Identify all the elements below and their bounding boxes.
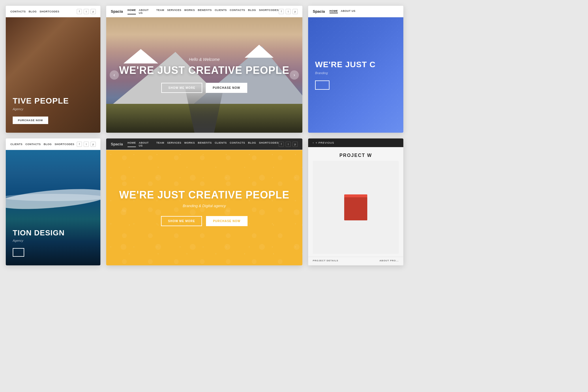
card6-inner: ‹ < PREVIOUS PROJECT W PROJECT DETAILS A…	[308, 138, 403, 265]
card6-prev-bar: ‹ < PREVIOUS	[308, 138, 403, 147]
nav-blog[interactable]: BLOG	[248, 9, 256, 14]
purchase-now-button[interactable]: PURCHASE NOW	[206, 83, 247, 93]
card3-hero-subtitle: Branding	[315, 71, 396, 75]
slider-prev-button[interactable]: ‹	[110, 70, 119, 80]
about-project-label[interactable]: ABOUT PRO...	[379, 259, 399, 262]
nav-about[interactable]: ABOUT US	[139, 9, 153, 14]
card3-hero-title: WE'RE JUST C	[315, 60, 396, 69]
card2-hero-content: Hello & Welcome WE'RE JUST CREATIVE PEOP…	[119, 57, 289, 93]
card4-social: f t p	[77, 142, 96, 147]
nav-blog[interactable]: BLOG	[44, 143, 52, 146]
nav-works[interactable]: WORKS	[184, 9, 195, 14]
card2-nav-links: HOME ABOUT US TEAM SERVICES WORKS BENEFI…	[128, 9, 279, 14]
pinterest-icon[interactable]: p	[91, 142, 96, 147]
nav-blog[interactable]: BLOG	[248, 141, 256, 147]
nav-about[interactable]: ABOUT US	[139, 141, 153, 147]
card4-hero-subtitle: Agency	[13, 239, 93, 242]
nav-contacts[interactable]: CONTACTS	[25, 143, 41, 146]
purchase-now-button[interactable]: PURCHASE NOW	[206, 216, 247, 226]
nav-home[interactable]: HOME	[329, 10, 338, 13]
twitter-icon[interactable]: t	[286, 9, 291, 14]
nav-clients[interactable]: CLIENTS	[10, 143, 23, 146]
card6-project-image	[313, 161, 399, 254]
card3-cta-button[interactable]	[315, 80, 329, 90]
box-front	[344, 197, 367, 220]
card1-navbar: CONTACTS BLOG SHORTCODES f t p	[6, 6, 100, 17]
pinterest-icon[interactable]: p	[293, 9, 298, 14]
slider-next-button[interactable]: ›	[290, 70, 299, 80]
facebook-icon[interactable]: f	[77, 9, 82, 14]
prev-label[interactable]: < PREVIOUS	[316, 141, 334, 144]
nav-team[interactable]: TEAM	[156, 9, 164, 14]
card3-hero: WE'RE JUST C Branding	[308, 17, 403, 133]
twitter-icon[interactable]: t	[286, 142, 291, 147]
nav-team[interactable]: TEAM	[156, 141, 164, 147]
nav-shortcodes[interactable]: SHORTCODES	[55, 143, 74, 146]
card6-project-footer: PROJECT DETAILS ABOUT PRO...	[308, 257, 403, 265]
nav-contacts[interactable]: CONTACTS	[10, 10, 26, 13]
nav-shortcodes[interactable]: SHORTCODES	[259, 141, 279, 147]
card2-hero-buttons: SHOW ME MORE PURCHASE NOW	[119, 83, 289, 93]
card4-hero-title: TION DESIGN	[13, 229, 93, 237]
card6-project-header: PROJECT W	[308, 147, 403, 161]
nav-home[interactable]: HOME	[128, 9, 136, 14]
product-box	[344, 194, 367, 220]
nav-blog[interactable]: BLOG	[29, 10, 37, 13]
card4-nav-links: CLIENTS CONTACTS BLOG SHORTCODES	[10, 143, 74, 146]
card5-navbar: Spacia HOME ABOUT US TEAM SERVICES WORKS…	[106, 138, 302, 150]
show-me-more-button[interactable]: SHOW ME MORE	[161, 216, 202, 226]
card5-social: f t p	[279, 142, 298, 147]
nav-contacts[interactable]: CONTACTS	[230, 9, 245, 14]
nav-shortcodes[interactable]: SHORTCODES	[259, 9, 279, 14]
ocean-wave-foam	[6, 194, 100, 201]
nav-services[interactable]: SERVICES	[167, 141, 181, 147]
prev-icon: ‹	[313, 141, 314, 144]
card5-hero-subtitle: Branding & Digital agency	[119, 204, 289, 208]
card-project-details: ‹ < PREVIOUS PROJECT W PROJECT DETAILS A…	[308, 138, 403, 265]
card5-hero: WE'RE JUST CREATIVE PEOPLE Branding & Di…	[106, 150, 302, 265]
facebook-icon[interactable]: f	[77, 142, 82, 147]
card5-logo: Spacia	[111, 142, 123, 146]
card4-cta-button[interactable]	[13, 248, 24, 257]
show-me-more-button[interactable]: SHOW ME MORE	[161, 83, 202, 93]
card5-nav-links: HOME ABOUT US TEAM SERVICES WORKS BENEFI…	[128, 141, 279, 147]
card-mountain-theme: Spacia HOME ABOUT US TEAM SERVICES WORKS…	[106, 6, 302, 133]
nav-services[interactable]: SERVICES	[167, 9, 181, 14]
nav-home[interactable]: HOME	[128, 141, 136, 147]
card1-nav-links: CONTACTS BLOG SHORTCODES	[10, 10, 59, 13]
nav-benefits[interactable]: BENEFITS	[198, 9, 212, 14]
mountain-right-snow	[245, 45, 274, 58]
pinterest-icon[interactable]: p	[91, 9, 96, 14]
pinterest-icon[interactable]: p	[293, 142, 298, 147]
nav-clients[interactable]: CLIENTS	[215, 9, 227, 14]
twitter-icon[interactable]: t	[84, 142, 89, 147]
card-wood-theme: CONTACTS BLOG SHORTCODES f t p TIVE PEOP…	[6, 6, 100, 133]
card5-hero-buttons: SHOW ME MORE PURCHASE NOW	[119, 216, 289, 226]
card-yellow-theme: Spacia HOME ABOUT US TEAM SERVICES WORKS…	[106, 138, 302, 265]
facebook-icon[interactable]: f	[279, 9, 284, 14]
project-details-label[interactable]: PROJECT DETAILS	[313, 259, 338, 262]
card4-hero: TION DESIGN Agency	[6, 150, 100, 265]
nav-about[interactable]: ABOUT US	[341, 10, 355, 13]
card1-hero-title: TIVE PEOPLE	[13, 97, 93, 106]
card1-purchase-button[interactable]: PURCHASE NOW	[13, 117, 48, 124]
card3-nav-links: HOME ABOUT US	[329, 10, 399, 13]
twitter-icon[interactable]: t	[84, 9, 89, 14]
card-blue-theme: Spacia HOME ABOUT US WE'RE JUST C Brandi…	[308, 6, 403, 133]
nav-shortcodes[interactable]: SHORTCODES	[40, 10, 59, 13]
card4-navbar: CLIENTS CONTACTS BLOG SHORTCODES f t p	[6, 138, 100, 150]
card2-welcome-text: Hello & Welcome	[119, 57, 289, 62]
nav-works[interactable]: WORKS	[184, 141, 195, 147]
card6-project-title: PROJECT W	[314, 153, 398, 158]
nav-clients[interactable]: CLIENTS	[215, 141, 227, 147]
nav-benefits[interactable]: BENEFITS	[198, 141, 212, 147]
card2-hero: ‹ Hello & Welcome WE'RE JUST CREATIVE PE…	[106, 17, 302, 133]
nav-contacts[interactable]: CONTACTS	[230, 141, 245, 147]
card2-hero-title: WE'RE JUST CREATIVE PEOPLE	[119, 65, 289, 76]
card3-navbar: Spacia HOME ABOUT US	[308, 6, 403, 17]
card3-logo: Spacia	[313, 9, 325, 14]
card1-hero: TIVE PEOPLE Agency PURCHASE NOW	[6, 17, 100, 133]
facebook-icon[interactable]: f	[279, 142, 284, 147]
card2-logo: Spacia	[111, 9, 123, 14]
card5-hero-title: WE'RE JUST CREATIVE PEOPLE	[119, 189, 289, 201]
